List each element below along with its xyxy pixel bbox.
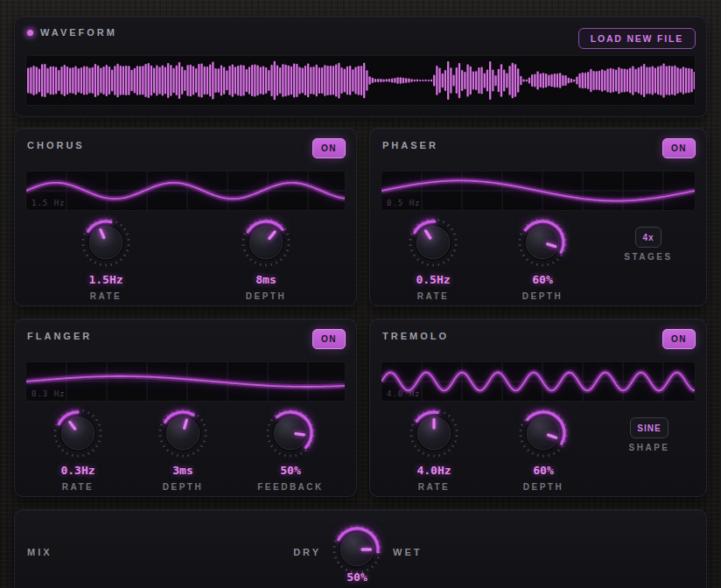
knob-tick [90,259,92,261]
mix-knob[interactable] [329,522,385,578]
knob-tick [98,424,101,425]
tremolo-panel: TREMOLO ON 4.0 Hz 4.0Hz RATE 60% DEPTH S… [369,318,707,497]
phaser-on-button[interactable]: ON [662,138,696,158]
knob-tick [521,441,523,442]
knob-tick [374,562,376,564]
knob-tick [203,441,206,442]
knob-tick [83,410,84,412]
tremolo-depth-knob[interactable]: 60% DEPTH [504,405,583,493]
knob-tick [200,419,202,421]
knob-tick [531,262,532,263]
knob-tick [561,445,563,447]
knob-tick [341,566,343,568]
knob-dial[interactable] [514,214,570,270]
knob-tick [453,234,456,234]
lfo-wave [382,172,695,210]
knob-tick [167,450,169,452]
tremolo-rate-label: RATE [418,482,450,493]
knob-tick [438,219,439,221]
knob-tick [528,450,529,452]
knob-tick [334,557,337,558]
phaser-rate-knob[interactable]: 0.5Hz RATE [394,214,472,302]
flanger-feedback-knob[interactable]: 50% FEEDBACK [251,405,330,493]
knob-tick [255,262,256,263]
knob-dial[interactable] [78,214,134,270]
load-new-file-button[interactable]: LOAD NEW FILE [578,28,696,49]
knob-tick [448,450,450,452]
knob-tick [286,250,289,251]
knob-tick [98,441,101,442]
knob-tick [163,445,164,447]
phaser-rate-label: RATE [417,291,449,302]
knob-face [61,416,94,450]
knob-tick [371,566,373,568]
knob-tick [284,255,285,256]
knob-tick [126,250,129,251]
knob-dial[interactable] [155,405,211,461]
flanger-on-button[interactable]: ON [312,329,346,349]
knob-dial[interactable] [238,214,294,270]
flanger-lfo-display: 0.3 Hz [25,361,346,402]
knob-dial[interactable] [262,405,318,461]
tremolo-depth-value: 60% [533,464,553,478]
knob-tick [203,424,206,425]
waveform-panel-title: WAVEFORM [40,27,117,38]
knob-tick [284,454,285,457]
tremolo-rate-knob[interactable]: 4.0Hz RATE [395,405,473,493]
knob-tick [286,234,289,234]
knob-tick [554,452,555,454]
knob-tick [188,454,189,457]
knob-dial[interactable] [406,405,462,461]
knob-tick [527,259,528,261]
chorus-on-button[interactable]: ON [312,138,346,158]
knob-tick [279,452,280,454]
knob-tick [92,415,94,416]
knob-tick [250,259,252,261]
tremolo-shape-button[interactable]: SINE [630,417,668,438]
flanger-feedback-value: 50% [280,464,300,478]
flanger-rate-label: RATE [62,482,94,493]
knob-tick [304,450,306,452]
flanger-depth-knob[interactable]: 3ms DEPTH [144,405,222,493]
lfo-wave [26,362,345,401]
lfo-wave [382,362,695,401]
knob-tick [444,452,445,454]
knob-tick [453,250,456,251]
phaser-panel: PHASER ON 0.5 Hz 0.5Hz RATE 60% DEPTH 4x… [369,128,707,306]
phaser-depth-value: 60% [532,273,552,287]
knob-dial[interactable] [515,405,571,461]
knob-tick [95,445,97,447]
knob-tick [417,259,419,261]
plugin-window: { "colors": { "accent": "#c95fe0", "acce… [0,0,721,588]
knob-tick [160,441,163,442]
phaser-depth-knob[interactable]: 60% DEPTH [503,214,582,302]
knob-tick [193,452,194,454]
knob-dial[interactable] [50,405,106,461]
chorus-depth-knob[interactable]: 8ms DEPTH [227,214,305,302]
knob-tick [439,410,440,412]
knob-dial[interactable] [405,214,461,270]
knob-tick [451,228,452,230]
knob-tick [454,441,457,442]
phaser-stages-button[interactable]: 4x [635,227,662,248]
chorus-rate-knob[interactable]: 1.5Hz RATE [66,214,145,302]
knob-tick [197,415,199,416]
tremolo-rate-value: 4.0Hz [416,464,451,478]
flanger-lfo-freq-tag: 0.3 Hz [32,389,66,398]
knob-face [527,416,560,450]
chorus-rate-value: 1.5Hz [88,273,122,287]
flanger-rate-knob[interactable]: 0.3Hz RATE [38,405,117,493]
knob-tick [452,419,453,421]
phaser-depth-label: DEPTH [522,291,563,302]
knob-tick [160,424,163,425]
knob-tick [451,255,452,256]
lfo-wave [26,172,345,210]
knob-tick [413,255,415,256]
knob-tick [243,250,246,251]
knob-tick [520,234,522,234]
knob-tick [337,562,339,564]
knob-tick [197,450,199,452]
knob-tick [88,412,89,414]
tremolo-on-button[interactable]: ON [662,329,696,349]
knob-tick [410,250,413,251]
